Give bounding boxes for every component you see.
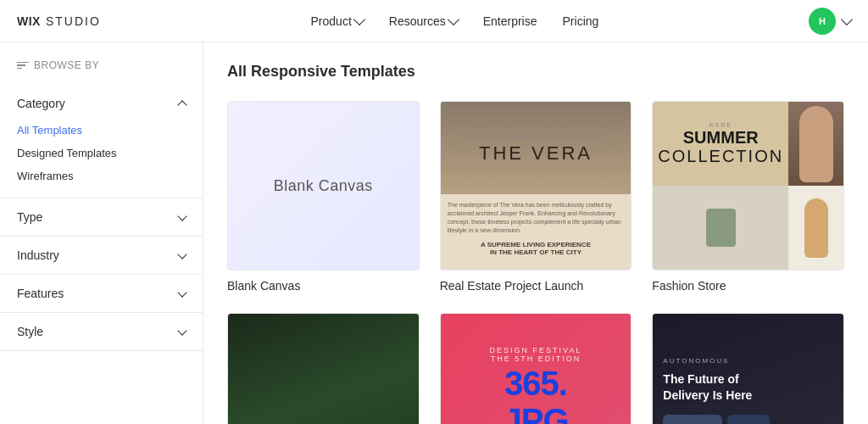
fashion-image-model	[788, 102, 843, 186]
sidebar-item-designed-templates[interactable]: Designed Templates	[17, 143, 186, 163]
header-account-chevron-icon[interactable]	[841, 14, 853, 25]
sidebar-section-type: Type	[0, 198, 203, 237]
page-title: All Responsive Templates	[227, 63, 844, 81]
blank-canvas-label: Blank Canvas	[274, 177, 373, 195]
layout: BROWSE BY Category All Templates Designe…	[0, 42, 868, 424]
sidebar: BROWSE BY Category All Templates Designe…	[0, 42, 203, 424]
sidebar-item-wireframes[interactable]: Wireframes	[17, 166, 186, 186]
delivery-vehicles	[663, 415, 833, 424]
sidebar-industry-header[interactable]: Industry	[17, 248, 186, 262]
df-number: 365.	[504, 366, 567, 400]
fashion-image-bag	[653, 186, 788, 270]
sidebar-section-style: Style	[0, 313, 203, 351]
nav-enterprise-label: Enterprise	[483, 14, 537, 28]
sidebar-category-chevron-icon	[177, 100, 186, 109]
sidebar-category-header[interactable]: Category	[17, 97, 186, 110]
nav-product-label: Product	[311, 14, 352, 28]
template-name-fashion-store: Fashion Store	[652, 279, 844, 293]
fashion-header: RARE SUMMERCOLLECTION	[653, 102, 788, 186]
sidebar-style-title: Style	[17, 325, 43, 338]
sidebar-section-features: Features	[0, 275, 203, 313]
template-name-blank-canvas: Blank Canvas	[227, 279, 420, 293]
sidebar-section-industry: Industry	[0, 237, 203, 275]
re-content-bottom: The masterpiece of The Vera has been met…	[441, 194, 632, 270]
main-nav: Product Resources Enterprise Pricing	[311, 14, 599, 28]
sidebar-item-all-templates[interactable]: All Templates	[17, 120, 186, 140]
template-thumb-architecture: F&	[227, 313, 420, 424]
nav-resources[interactable]: Resources	[389, 14, 458, 28]
sidebar-style-header[interactable]: Style	[17, 325, 186, 338]
sidebar-features-title: Features	[17, 287, 64, 300]
sidebar-section-category: Category All Templates Designed Template…	[0, 85, 203, 198]
template-card-blank-canvas[interactable]: Blank Canvas Blank Canvas	[227, 101, 420, 293]
logo-wix-text: WIX	[17, 14, 41, 28]
template-thumb-delivery: AUTONOMOUS The Future ofDelivery Is Here	[652, 313, 844, 424]
header-right: H	[809, 8, 851, 35]
nav-product[interactable]: Product	[311, 14, 364, 28]
sidebar-category-items: All Templates Designed Templates Wirefra…	[17, 120, 186, 186]
sidebar-features-chevron-icon	[177, 287, 186, 297]
nav-resources-label: Resources	[389, 14, 446, 28]
template-card-real-estate[interactable]: THE COMMUNAL RESIDENCE THE VERA The mast…	[440, 101, 632, 293]
template-card-fashion-store[interactable]: RARE SUMMERCOLLECTION	[652, 101, 844, 293]
nav-pricing[interactable]: Pricing	[563, 14, 599, 28]
main-content: All Responsive Templates Blank Canvas Bl…	[203, 42, 868, 424]
template-thumb-blank-canvas: Blank Canvas	[227, 101, 420, 271]
sidebar-style-chevron-icon	[177, 326, 186, 335]
template-card-delivery[interactable]: AUTONOMOUS The Future ofDelivery Is Here…	[652, 313, 844, 424]
df-jpg: JPG	[503, 404, 568, 425]
browse-by-label: BROWSE BY	[0, 59, 203, 85]
filter-icon	[17, 62, 29, 70]
template-thumb-fashion-store: RARE SUMMERCOLLECTION	[652, 101, 844, 271]
sidebar-type-title: Type	[17, 210, 42, 224]
nav-enterprise[interactable]: Enterprise	[483, 14, 537, 28]
sidebar-features-header[interactable]: Features	[17, 287, 186, 300]
sidebar-category-title: Category	[17, 97, 65, 110]
template-thumb-design-festival: DESIGN FESTIVALTHE 5TH EDITION 365. JPG …	[440, 313, 632, 424]
template-name-real-estate: Real Estate Project Launch	[440, 279, 632, 293]
logo[interactable]: WIX STUDIO	[17, 14, 101, 28]
template-card-design-festival[interactable]: DESIGN FESTIVALTHE 5TH EDITION 365. JPG …	[440, 313, 632, 424]
sidebar-type-header[interactable]: Type	[17, 210, 186, 224]
template-grid: Blank Canvas Blank Canvas THE COMMUNAL R…	[227, 101, 844, 424]
nav-pricing-label: Pricing	[563, 14, 599, 28]
browse-by-text: BROWSE BY	[34, 59, 99, 71]
delivery-tag: AUTONOMOUS	[663, 357, 833, 365]
sidebar-industry-chevron-icon	[177, 249, 186, 259]
fashion-image-person2	[788, 186, 843, 270]
logo-studio-text: STUDIO	[46, 14, 101, 28]
delivery-title: The Future ofDelivery Is Here	[663, 371, 833, 402]
header: WIX STUDIO Product Resources Enterprise …	[0, 0, 868, 42]
sidebar-type-chevron-icon	[177, 211, 186, 220]
user-avatar[interactable]: H	[809, 8, 836, 35]
nav-resources-chevron-icon	[448, 14, 459, 25]
template-thumb-real-estate: THE COMMUNAL RESIDENCE THE VERA The mast…	[440, 101, 632, 271]
re-image-top: THE COMMUNAL RESIDENCE THE VERA	[441, 102, 632, 194]
fashion-grid: RARE SUMMERCOLLECTION	[653, 102, 843, 270]
sidebar-industry-title: Industry	[17, 248, 59, 262]
re-title: THE VERA	[469, 142, 603, 165]
df-header-text: DESIGN FESTIVALTHE 5TH EDITION	[490, 346, 582, 363]
template-card-architecture[interactable]: F& Architecture Studio	[227, 313, 420, 424]
nav-product-chevron-icon	[353, 14, 365, 25]
